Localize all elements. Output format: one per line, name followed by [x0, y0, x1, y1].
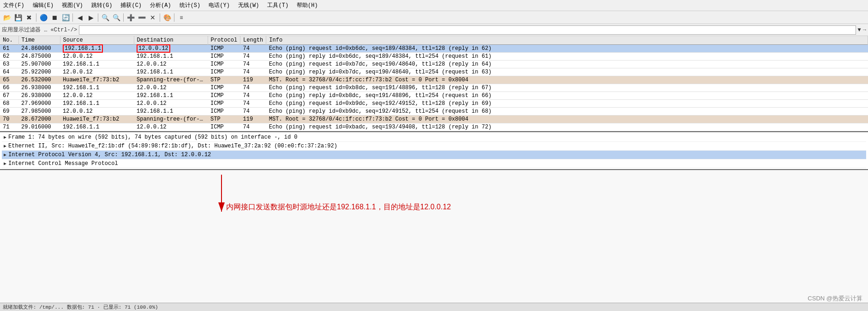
menu-edit[interactable]: 编辑(E) [31, 1, 55, 10]
col-info: Info [266, 36, 868, 45]
filter-apply-button[interactable]: → [863, 27, 866, 33]
menu-capture[interactable]: 捕获(C) [119, 1, 143, 10]
col-proto: Protocol [208, 36, 240, 45]
toolbar-sep-5 [160, 13, 160, 22]
detail-row-text: Frame 1: 74 bytes on wire (592 bits), 74… [8, 134, 298, 140]
colorize-button[interactable]: 🎨 [162, 12, 172, 23]
status-left: 就绪加载文件: /tmp/... 数据包: 71 · 已显示: 71 (100.… [3, 304, 158, 311]
table-row[interactable]: 6425.92200012.0.0.12192.168.1.1ICMP74Ech… [0, 68, 868, 76]
forward-button[interactable]: ▶ [86, 12, 96, 23]
find-button[interactable]: 🔍 [100, 12, 110, 23]
detail-expand-icon: ▶ [4, 152, 6, 158]
col-source: Source [60, 36, 134, 45]
toolbar-sep-6 [174, 13, 174, 22]
close-button[interactable]: ✖ [24, 12, 34, 23]
filter-dropdown-icon[interactable]: ▼ [858, 27, 861, 33]
table-row[interactable]: 6325.907000192.168.1.112.0.0.12ICMP74Ech… [0, 61, 868, 68]
annotation-text: 内网接口发送数据包时源地址还是192.168.1.1，目的地址是12.0.0.1… [226, 202, 451, 212]
detail-row[interactable]: ▶Ethernet II, Src: HuaweiTe_f2:1b:df (54… [2, 142, 866, 151]
packet-table: No. Time Source Destination Protocol Len… [0, 36, 868, 131]
menu-view[interactable]: 视图(V) [60, 1, 84, 10]
menu-help[interactable]: 帮助(H) [295, 1, 319, 10]
go-button[interactable]: 🔍 [111, 12, 121, 23]
filterbar: 应用显示过滤器 … «Ctrl-/> ▼ → [0, 24, 868, 36]
col-length: Length [240, 36, 266, 45]
table-row[interactable]: 6927.98500012.0.0.12192.168.1.1ICMP74Ech… [0, 108, 868, 116]
zoom-in-button[interactable]: ➕ [126, 12, 136, 23]
menu-file[interactable]: 文件(F) [2, 1, 26, 10]
menu-analyze[interactable]: 分析(A) [149, 1, 173, 10]
detail-row-text: Internet Protocol Version 4, Src: 192.16… [8, 152, 211, 158]
menu-phone[interactable]: 电话(Y) [207, 1, 231, 10]
table-row[interactable]: 6726.93800012.0.0.12192.168.1.1ICMP74Ech… [0, 92, 868, 100]
zoom-out-button[interactable]: ➖ [137, 12, 147, 23]
col-dest: Destination [134, 36, 208, 45]
detail-expand-icon: ▶ [4, 143, 6, 149]
zoom-reset-button[interactable]: ✕ [148, 12, 158, 23]
table-row[interactable]: 6526.532000HuaweiTe_f7:73:b2Spanning-tre… [0, 76, 868, 84]
packet-table-header: No. Time Source Destination Protocol Len… [0, 36, 868, 45]
statusbar: 就绪加载文件: /tmp/... 数据包: 71 · 已显示: 71 (100.… [0, 303, 868, 311]
packet-list: No. Time Source Destination Protocol Len… [0, 36, 868, 132]
start-capture-button[interactable]: 🔵 [38, 12, 48, 23]
table-row[interactable]: 7129.016000192.168.1.112.0.0.12ICMP74Ech… [0, 123, 868, 131]
menu-go[interactable]: 跳转(G) [90, 1, 114, 10]
toolbar: 📂 💾 ✖ 🔵 ⏹ 🔄 ◀ ▶ 🔍 🔍 ➕ ➖ ✕ 🎨 ≡ [0, 11, 868, 24]
expert-button[interactable]: ≡ [176, 12, 186, 23]
table-row[interactable]: 6124.860000192.168.1.112.0.0.12ICMP74Ech… [0, 45, 868, 53]
col-time: Time [18, 36, 60, 45]
table-row[interactable]: 6827.969000192.168.1.112.0.0.12ICMP74Ech… [0, 100, 868, 108]
detail-expand-icon: ▶ [4, 161, 6, 166]
save-button[interactable]: 💾 [13, 12, 23, 23]
back-button[interactable]: ◀ [75, 12, 85, 23]
detail-row[interactable]: ▶Internet Protocol Version 4, Src: 192.1… [2, 151, 866, 159]
annotation-area: 内网接口发送数据包时源地址还是192.168.1.1，目的地址是12.0.0.1… [0, 170, 868, 311]
detail-row[interactable]: ▶Frame 1: 74 bytes on wire (592 bits), 7… [2, 133, 866, 142]
detail-row-text: Internet Control Message Protocol [8, 160, 118, 167]
toolbar-sep-4 [123, 13, 124, 22]
detail-row[interactable]: ▶Internet Control Message Protocol [2, 159, 866, 168]
table-row[interactable]: 7028.672000HuaweiTe_f7:73:b2Spanning-tre… [0, 116, 868, 123]
packet-tbody: 6124.860000192.168.1.112.0.0.12ICMP74Ech… [0, 45, 868, 131]
csdn-watermark: CSDN @热爱云计算 [808, 294, 862, 303]
menu-stats[interactable]: 统计(S) [178, 1, 202, 10]
menu-tools[interactable]: 工具(T) [266, 1, 290, 10]
toolbar-sep-1 [36, 13, 36, 22]
table-row[interactable]: 6626.938000192.168.1.112.0.0.12ICMP74Ech… [0, 84, 868, 92]
menu-wireless[interactable]: 无线(W) [237, 1, 261, 10]
stop-capture-button[interactable]: ⏹ [49, 12, 60, 23]
restart-button[interactable]: 🔄 [60, 12, 71, 23]
detail-row-text: Ethernet II, Src: HuaweiTe_f2:1b:df (54:… [8, 143, 337, 149]
menubar: 文件(F) 编辑(E) 视图(V) 跳转(G) 捕获(C) 分析(A) 统计(S… [0, 0, 868, 11]
open-button[interactable]: 📂 [2, 12, 12, 23]
toolbar-sep-2 [72, 13, 73, 22]
toolbar-sep-3 [98, 13, 98, 22]
filter-label: 应用显示过滤器 … «Ctrl-/> [2, 26, 77, 34]
table-row[interactable]: 6224.87500012.0.0.12192.168.1.1ICMP74Ech… [0, 53, 868, 61]
detail-expand-icon: ▶ [4, 134, 6, 140]
col-no: No. [0, 36, 18, 45]
detail-pane: ▶Frame 1: 74 bytes on wire (592 bits), 7… [0, 132, 868, 170]
filter-input[interactable] [79, 25, 856, 35]
